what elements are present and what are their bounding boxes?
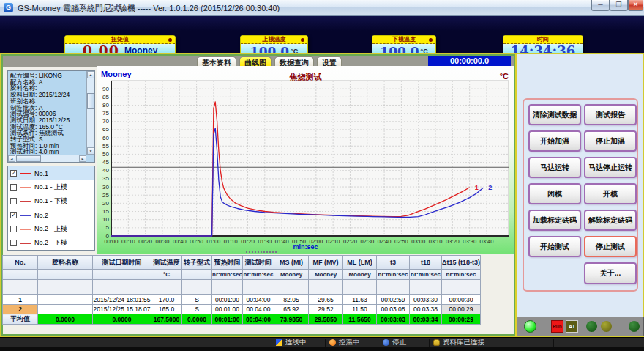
svg-text:1: 1 [475,184,479,191]
indicator-strip: Run AT [517,317,644,336]
svg-text:65: 65 [102,126,109,133]
checkbox[interactable]: ✓ [10,212,17,218]
table-cell: 0.0000 [182,314,212,325]
curve-item-label: No.1 - 下模 [34,196,67,206]
close-mold-button[interactable]: 闭模 [528,183,581,204]
at-button[interactable]: AT [566,320,578,333]
vertical-scrollbar[interactable]: ▲ ▼ [86,71,94,155]
curve-color-line-icon [20,243,31,244]
status-lamp-icon [586,321,597,332]
table-cell [182,280,212,295]
table-cell: 2 [3,305,38,314]
start-heating-button[interactable]: 开始加温 [528,130,581,152]
curve-item[interactable]: ✓No.2 [8,208,94,222]
table-cell: 00:00:29 [442,305,481,314]
horizontal-scrollbar[interactable]: ◄ ► [8,155,86,162]
table-empty-row[interactable] [3,280,481,295]
table-cell: 平均值 [3,314,38,325]
table-cell: 00:03:30 [410,295,442,305]
chart-panel: Mooney 焦烧测试 °C 0510152025303540455055606… [97,66,514,254]
column-unit: Mooney [343,270,377,280]
bottom-strip [0,347,644,351]
release-calibration-weight-button[interactable]: 解除标定砝码 [584,210,637,231]
table-cell: 00:04:00 [243,314,274,325]
table-cell: 11.5650 [343,314,377,325]
minimize-button[interactable]: ─ [591,0,610,11]
table-cell [343,280,377,295]
stop-heating-button[interactable]: 停止加温 [584,130,637,152]
column-unit: hr:min:sec [442,270,481,280]
column-unit [38,270,93,280]
checkbox[interactable] [10,198,17,204]
svg-text:20: 20 [102,200,109,207]
load-calibration-weight-button[interactable]: 加载标定砝码 [528,210,581,231]
svg-text:50: 50 [102,151,109,158]
svg-text:15: 15 [102,208,109,215]
column-unit: hr:min:sec [377,270,410,280]
motor-run-button[interactable]: 马达运转 [528,157,581,178]
close-button[interactable]: ✕ [628,0,643,11]
start-test-button[interactable]: 开始测试 [528,236,581,257]
test-report-button[interactable]: 测试报告 [584,104,637,125]
run-button[interactable]: Run [551,320,564,333]
scroll-up-icon[interactable]: ▲ [87,71,94,78]
table-cell: 0.0000 [93,314,151,325]
checkbox[interactable] [10,184,17,191]
svg-text:55: 55 [102,143,109,149]
svg-text:85: 85 [102,94,109,100]
scroll-left-icon[interactable]: ◄ [8,155,15,162]
scroll-down-icon[interactable]: ▼ [87,147,94,155]
curve-item[interactable]: No.2 - 下模 [8,236,94,250]
curve-item[interactable]: No.2 - 上模 [8,222,94,236]
curve-item-label: No.1 - 上模 [34,182,67,192]
about-button[interactable]: 关于... [584,262,637,284]
table-cell [274,280,309,295]
curve-item[interactable]: No.1 - 上模 [8,180,94,194]
column-header: t3 [377,256,410,270]
svg-text:75: 75 [102,110,109,117]
svg-text:30: 30 [102,184,109,191]
checkbox[interactable] [10,226,17,232]
database-icon [433,339,440,346]
curve-item-label: No.2 - 上模 [34,224,67,234]
curve-color-line-icon [20,187,31,188]
open-mold-button[interactable]: 开模 [584,183,637,204]
curve-item[interactable]: No.1 - 下模 [8,194,94,208]
table-cell: 165.0 [151,305,182,314]
scroll-right-icon[interactable]: ► [79,155,86,162]
motor-stop-button[interactable]: 马达停止运转 [584,157,637,178]
column-unit: hr:min:sec [212,270,243,280]
upper-mold-temp-label: 上模温度 [241,36,307,43]
scrollbar-thumb[interactable] [16,155,41,162]
recipe-info-lines: 配方编号: LIKONG配方名称: A胶料名称:胶料日期: 2015/12/24… [10,73,85,154]
table-row[interactable]: 22015/12/25 15:18:07165.0S00:01:0000:04:… [3,305,481,314]
splitter-handle[interactable] [246,251,277,254]
curve-color-line-icon [20,215,31,216]
curve-item[interactable]: ✓No.1 [8,166,94,180]
chart-plot: 05101520253035404550556065707580859000:0… [97,78,514,252]
scrollbar-thumb[interactable] [87,93,94,109]
table-row[interactable]: 12015/12/24 18:01:55170.0S00:01:0000:04:… [3,295,481,305]
connection-icon [276,339,282,346]
column-unit [93,270,151,280]
clear-test-data-button[interactable]: 清除测试数据 [528,104,581,125]
window-title: GS-Mooney 電腦系統門尼試驗機 ----- Ver. 1.0.1.26 … [18,3,280,14]
table-cell: 00:04:00 [243,305,274,314]
checkbox[interactable] [10,240,17,246]
svg-text:25: 25 [102,192,109,199]
table-cell [38,305,93,314]
stop-test-button[interactable]: 停止测试 [584,236,637,257]
curve-color-line-icon [20,173,31,174]
table-cell: 00:03:03 [377,314,410,325]
restore-button[interactable]: ❐ [610,0,628,11]
chart-x-axis-unit: min:sec [97,243,514,251]
checkbox[interactable]: ✓ [10,170,17,177]
table-cell: 00:03:38 [410,305,442,314]
svg-text:2: 2 [488,184,492,191]
column-unit: Mooney [309,270,343,280]
table-cell [151,280,182,295]
table-cell: 2015/12/25 15:18:07 [93,305,151,314]
clock-label: 时间 [503,36,583,43]
torque-indicator-dot [168,38,172,42]
table-cell: 29.65 [309,295,343,305]
